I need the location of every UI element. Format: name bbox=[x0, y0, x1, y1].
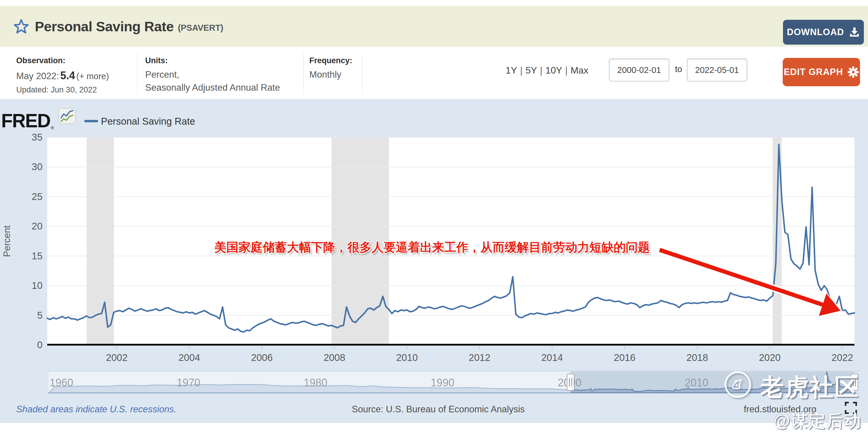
range-preset-10y[interactable]: 10Y bbox=[546, 65, 562, 76]
tiger-community-logo bbox=[724, 370, 752, 399]
favorite-star-icon[interactable] bbox=[13, 19, 29, 34]
more-observations-link[interactable]: (+ more) bbox=[76, 71, 109, 81]
divider bbox=[362, 53, 363, 94]
fred-trademark: ® bbox=[51, 125, 54, 130]
date-range-to-label: to bbox=[675, 64, 682, 74]
range-presets: 1Y|5Y|10Y|Max bbox=[505, 65, 589, 76]
preset-separator: | bbox=[520, 65, 522, 76]
end-date-input[interactable] bbox=[687, 58, 747, 82]
page-title: Personal Saving Rate bbox=[35, 18, 174, 34]
units-value-line2: Seasonally Adjusted Annual Rate bbox=[145, 81, 280, 94]
series-id: (PSAVERT) bbox=[178, 23, 223, 33]
watermark-community: 老虎社区 bbox=[760, 372, 860, 403]
recession-note-link[interactable]: Shaded areas indicate U.S. recessions. bbox=[16, 404, 177, 415]
series-meta-bar: Observation: May 2022: 5.4 (+ more) Upda… bbox=[0, 47, 868, 99]
updated-label: Updated: Jun 30, 2022 bbox=[16, 85, 109, 94]
fred-logo[interactable]: FRED bbox=[1, 110, 50, 132]
range-preset-1y[interactable]: 1Y bbox=[505, 65, 517, 76]
download-icon bbox=[849, 27, 860, 37]
series-header: Personal Saving Rate (PSAVERT) DOWNLOAD bbox=[0, 6, 868, 47]
bottom-margin bbox=[0, 423, 868, 433]
edit-graph-button[interactable]: EDIT GRAPH bbox=[783, 58, 860, 86]
units-block: Units: Percent, Seasonally Adjusted Annu… bbox=[145, 56, 280, 94]
range-preset-max[interactable]: Max bbox=[570, 65, 588, 76]
frequency-value: Monthly bbox=[309, 68, 352, 81]
units-value-line1: Percent, bbox=[145, 68, 280, 81]
edit-graph-label: EDIT GRAPH bbox=[783, 67, 843, 77]
range-preset-5y[interactable]: 5Y bbox=[525, 65, 537, 76]
download-button[interactable]: DOWNLOAD bbox=[783, 20, 864, 45]
download-button-label: DOWNLOAD bbox=[787, 27, 844, 37]
preset-separator: | bbox=[565, 65, 567, 76]
divider bbox=[137, 53, 137, 94]
units-label: Units: bbox=[145, 56, 280, 65]
annotation-text: 美国家庭储蓄大幅下降，很多人要逼着出来工作，从而缓解目前劳动力短缺的问题 bbox=[214, 239, 650, 256]
fred-graph-page: Personal Saving Rate (PSAVERT) DOWNLOAD … bbox=[0, 0, 868, 433]
frequency-block: Frequency: Monthly bbox=[309, 56, 352, 81]
start-date-input[interactable] bbox=[609, 58, 670, 82]
watermark-author: @谋定后动 bbox=[773, 409, 862, 432]
gear-icon bbox=[847, 66, 859, 78]
observation-label: Observation: bbox=[16, 56, 109, 65]
observation-block: Observation: May 2022: 5.4 (+ more) Upda… bbox=[16, 56, 109, 94]
frequency-label: Frequency: bbox=[309, 56, 352, 65]
divider bbox=[303, 53, 304, 94]
legend-line-swatch bbox=[85, 120, 98, 122]
fred-chart-icon bbox=[58, 108, 75, 124]
top-margin bbox=[0, 0, 868, 6]
source-label: Source: U.S. Bureau of Economic Analysis bbox=[352, 404, 525, 415]
observation-date: May 2022: bbox=[16, 71, 59, 81]
preset-separator: | bbox=[540, 65, 542, 76]
observation-value: 5.4 bbox=[60, 69, 75, 82]
legend-label: Personal Saving Rate bbox=[101, 116, 195, 127]
